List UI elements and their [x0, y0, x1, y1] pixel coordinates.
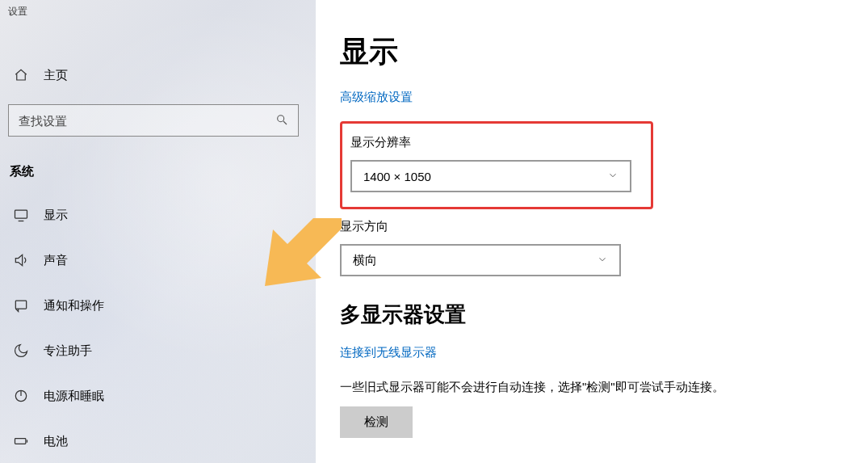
sidebar-item-label: 声音 [44, 253, 68, 268]
resolution-label: 显示分辨率 [350, 135, 643, 150]
svg-rect-7 [15, 439, 26, 444]
battery-icon [13, 433, 29, 449]
svg-point-0 [278, 115, 284, 121]
chevron-down-icon [607, 170, 619, 183]
resolution-value: 1400 × 1050 [363, 170, 431, 183]
wireless-display-link[interactable]: 连接到无线显示器 [340, 345, 437, 360]
search-box[interactable] [8, 104, 299, 137]
sidebar-home-label: 主页 [44, 68, 68, 83]
sidebar-nav-list: 显示 声音 通知和操作 专注助手 [0, 192, 316, 463]
sidebar-item-notifications[interactable]: 通知和操作 [0, 283, 316, 328]
orientation-label: 显示方向 [340, 219, 844, 234]
search-icon [275, 113, 288, 128]
resolution-dropdown[interactable]: 1400 × 1050 [350, 160, 631, 192]
page-title: 显示 [340, 32, 844, 72]
multi-display-title: 多显示器设置 [340, 301, 844, 329]
main-content: 显示 高级缩放设置 显示分辨率 1400 × 1050 显示方向 横向 多显示器… [316, 0, 868, 463]
advanced-scaling-link[interactable]: 高级缩放设置 [340, 90, 413, 105]
sidebar-item-label: 显示 [44, 208, 68, 223]
sidebar-item-focus-assist[interactable]: 专注助手 [0, 328, 316, 373]
sidebar-item-sound[interactable]: 声音 [0, 238, 316, 283]
svg-rect-2 [15, 210, 27, 218]
focus-assist-icon [13, 343, 29, 359]
home-icon [13, 67, 29, 83]
orientation-value: 横向 [353, 253, 377, 268]
sidebar-category-system: 系统 [0, 156, 316, 192]
orientation-dropdown[interactable]: 横向 [340, 244, 621, 276]
detect-hint-text: 一些旧式显示器可能不会进行自动连接，选择"检测"即可尝试手动连接。 [340, 380, 844, 395]
display-icon [13, 207, 29, 223]
sidebar-item-display[interactable]: 显示 [0, 192, 316, 238]
sidebar-item-battery[interactable]: 电池 [0, 419, 316, 463]
sidebar-item-label: 专注助手 [44, 343, 92, 359]
sidebar-item-power[interactable]: 电源和睡眠 [0, 373, 316, 419]
chevron-down-icon [597, 254, 608, 267]
sidebar-item-label: 电源和睡眠 [44, 389, 104, 404]
orientation-field: 显示方向 横向 [340, 219, 844, 276]
detect-button[interactable]: 检测 [340, 406, 413, 438]
search-input[interactable] [19, 114, 275, 128]
power-icon [13, 388, 29, 404]
notifications-icon [13, 297, 29, 314]
sound-icon [13, 252, 29, 268]
window-title: 设置 [0, 0, 316, 23]
svg-rect-4 [15, 301, 26, 309]
sidebar-item-label: 通知和操作 [44, 298, 104, 314]
highlight-annotation: 显示分辨率 1400 × 1050 [340, 121, 653, 209]
sidebar: 设置 主页 系统 显示 [0, 0, 316, 463]
svg-line-1 [283, 121, 287, 124]
sidebar-home[interactable]: 主页 [0, 56, 316, 95]
sidebar-item-label: 电池 [44, 434, 68, 449]
